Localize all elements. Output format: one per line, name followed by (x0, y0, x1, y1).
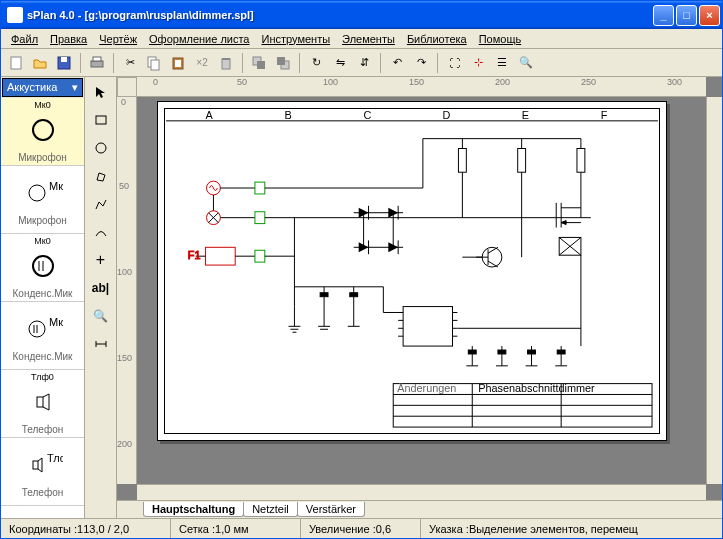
delete-icon[interactable] (215, 52, 237, 74)
status-coords: Координаты : 113,0 / 2,0 (1, 519, 171, 538)
separator (113, 53, 114, 73)
snap-icon[interactable]: ⊹ (467, 52, 489, 74)
svg-text:Тлф0: Тлф0 (47, 452, 63, 464)
node-tool-icon[interactable]: + (88, 247, 114, 273)
menu-elements[interactable]: Элементы (336, 31, 401, 47)
component-microphone-1[interactable]: Мк0 Микрофон (1, 98, 84, 166)
svg-rect-91 (403, 307, 452, 347)
app-window: sPlan 4.0 - [g:\program\rusplan\dimmer.s… (0, 0, 723, 539)
component-microphone-2[interactable]: Мк0 Микрофон (1, 166, 84, 234)
category-dropdown[interactable]: Аккустика ▾ (2, 78, 83, 97)
rect-tool-icon[interactable] (88, 107, 114, 133)
text-tool-icon[interactable]: ab| (88, 275, 114, 301)
minimize-button[interactable]: _ (653, 5, 674, 26)
ruler-horizontal[interactable]: 0 50 100 150 200 250 300 (137, 77, 706, 97)
svg-text:B: B (285, 109, 292, 121)
svg-rect-6 (151, 60, 159, 70)
component-condenser-mic-1[interactable]: Мк0 Конденс.Мик (1, 234, 84, 302)
menu-file[interactable]: Файл (5, 31, 44, 47)
svg-text:Мк0: Мк0 (49, 316, 63, 328)
svg-point-15 (33, 120, 53, 140)
send-back-icon[interactable] (272, 52, 294, 74)
menu-drawing[interactable]: Чертёж (93, 31, 143, 47)
save-icon[interactable] (53, 52, 75, 74)
app-icon (7, 7, 23, 23)
sheet-tab-2[interactable]: Netzteil (243, 502, 298, 517)
maximize-button[interactable]: □ (676, 5, 697, 26)
close-button[interactable]: × (699, 5, 720, 26)
component-phone-2[interactable]: Тлф0 Телефон (1, 438, 84, 506)
measure-tool-icon[interactable] (88, 331, 114, 357)
ruler-corner (117, 77, 137, 97)
statusbar: Координаты : 113,0 / 2,0 Сетка : 1,0 мм … (1, 518, 722, 538)
page-frame: ABCDEF F1 (164, 108, 660, 434)
horizontal-scrollbar[interactable] (137, 484, 706, 500)
titlebar[interactable]: sPlan 4.0 - [g:\program\rusplan\dimmer.s… (1, 1, 722, 29)
zoom-tool-icon[interactable]: 🔍 (88, 303, 114, 329)
svg-text:C: C (364, 109, 372, 121)
copy-icon[interactable] (143, 52, 165, 74)
circuit-schematic: ABCDEF F1 (165, 109, 659, 433)
sheet-tab-3[interactable]: Verstärker (297, 502, 365, 517)
menu-tools[interactable]: Инструменты (256, 31, 337, 47)
flip-v-icon[interactable]: ⇵ (353, 52, 375, 74)
component-phone-1[interactable]: Тлф0 Телефон (1, 370, 84, 438)
svg-point-16 (29, 185, 45, 201)
separator (380, 53, 381, 73)
undo-icon[interactable]: ↶ (386, 52, 408, 74)
bring-front-icon[interactable] (248, 52, 270, 74)
svg-line-81 (488, 261, 498, 267)
separator (242, 53, 243, 73)
svg-point-29 (96, 143, 106, 153)
svg-rect-8 (175, 60, 181, 67)
menu-library[interactable]: Библиотека (401, 31, 473, 47)
component-sidebar: Аккустика ▾ Мк0 Микрофон Мк0 Микрофон Мк… (1, 77, 85, 518)
menubar: Файл Правка Чертёж Оформление листа Инст… (1, 29, 722, 49)
main-area: Аккустика ▾ Мк0 Микрофон Мк0 Микрофон Мк… (1, 77, 722, 518)
duplicate-icon[interactable]: ×2 (191, 52, 213, 74)
component-condenser-mic-2[interactable]: Мк0 Конденс.Мик (1, 302, 84, 370)
search-icon[interactable]: 🔍 (515, 52, 537, 74)
polygon-tool-icon[interactable] (88, 163, 114, 189)
svg-rect-68 (458, 149, 466, 173)
separator (299, 53, 300, 73)
svg-text:F: F (601, 109, 608, 121)
toolbar: ✂ ×2 ↻ ⇋ ⇵ ↶ ↷ ⛶ ⊹ ☰ 🔍 (1, 49, 722, 77)
svg-text:A: A (206, 109, 214, 121)
component-list[interactable]: Мк0 Микрофон Мк0 Микрофон Мк0 Конденс.Ми… (1, 98, 84, 518)
pointer-tool-icon[interactable] (88, 79, 114, 105)
line-tool-icon[interactable] (88, 191, 114, 217)
svg-text:F1: F1 (188, 249, 201, 261)
rotate-icon[interactable]: ↻ (305, 52, 327, 74)
new-icon[interactable] (5, 52, 27, 74)
svg-rect-2 (61, 57, 67, 62)
status-grid: Сетка : 1,0 мм (171, 519, 301, 538)
status-hint: Указка : Выделение элементов, перемещ (421, 519, 722, 538)
svg-text:E: E (522, 109, 529, 121)
tool-palette: + ab| 🔍 (85, 77, 117, 518)
svg-rect-9 (222, 59, 230, 69)
print-icon[interactable] (86, 52, 108, 74)
list-icon[interactable]: ☰ (491, 52, 513, 74)
vertical-scrollbar[interactable] (706, 97, 722, 484)
svg-rect-26 (33, 461, 38, 469)
sheet-tab-1[interactable]: Hauptschaltung (143, 502, 244, 517)
redo-icon[interactable]: ↷ (410, 52, 432, 74)
cut-icon[interactable]: ✂ (119, 52, 141, 74)
canvas-area: 0 50 100 150 200 250 300 0 50 100 150 20… (117, 77, 722, 518)
menu-edit[interactable]: Правка (44, 31, 93, 47)
curve-tool-icon[interactable] (88, 219, 114, 245)
paste-icon[interactable] (167, 52, 189, 74)
canvas-viewport[interactable]: ABCDEF F1 (137, 97, 722, 500)
open-icon[interactable] (29, 52, 51, 74)
menu-help[interactable]: Помощь (473, 31, 528, 47)
menu-sheet[interactable]: Оформление листа (143, 31, 255, 47)
circle-tool-icon[interactable] (88, 135, 114, 161)
flip-h-icon[interactable]: ⇋ (329, 52, 351, 74)
svg-rect-121 (557, 350, 565, 354)
ruler-vertical[interactable]: 0 50 100 150 200 (117, 97, 137, 484)
svg-rect-74 (577, 149, 585, 173)
zoom-full-icon[interactable]: ⛶ (443, 52, 465, 74)
drawing-page[interactable]: ABCDEF F1 (157, 101, 667, 441)
svg-rect-118 (528, 350, 536, 354)
